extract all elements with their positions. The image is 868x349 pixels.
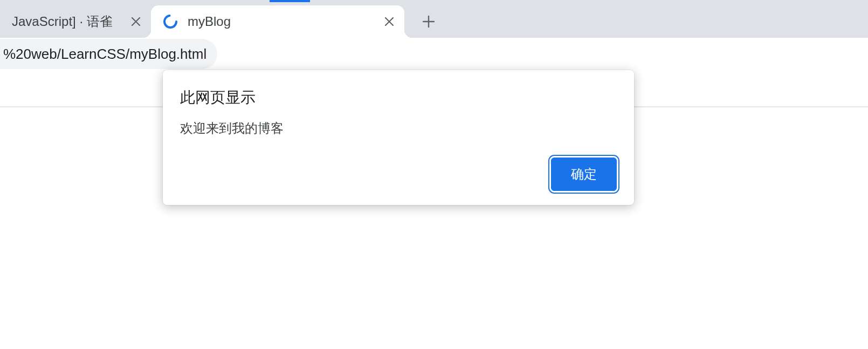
close-icon[interactable] — [129, 15, 142, 28]
tab-title: JavaScript] · 语雀 — [12, 13, 125, 30]
loading-spinner-icon — [163, 14, 178, 29]
page-content: 此网页显示 欢迎来到我的博客 确定 — [0, 70, 868, 349]
alert-dialog: 此网页显示 欢迎来到我的博客 确定 — [163, 70, 634, 205]
svg-point-0 — [164, 16, 176, 28]
toolbar: %20web/LearnCSS/myBlog.html — [0, 38, 868, 70]
url-text: %20web/LearnCSS/myBlog.html — [3, 46, 206, 63]
close-icon[interactable] — [383, 15, 396, 28]
tab-inactive[interactable]: JavaScript] · 语雀 — [0, 5, 151, 38]
new-tab-button[interactable] — [415, 8, 442, 35]
dialog-title: 此网页显示 — [180, 87, 617, 108]
loading-progress-bar — [270, 0, 310, 2]
ok-button[interactable]: 确定 — [551, 158, 617, 191]
tab-active[interactable]: myBlog — [151, 5, 404, 38]
address-bar[interactable]: %20web/LearnCSS/myBlog.html — [0, 39, 217, 69]
dialog-actions: 确定 — [180, 158, 617, 191]
dialog-message: 欢迎来到我的博客 — [180, 120, 617, 137]
tab-strip: JavaScript] · 语雀 myBlog — [0, 0, 868, 38]
tab-title: myBlog — [188, 14, 378, 29]
